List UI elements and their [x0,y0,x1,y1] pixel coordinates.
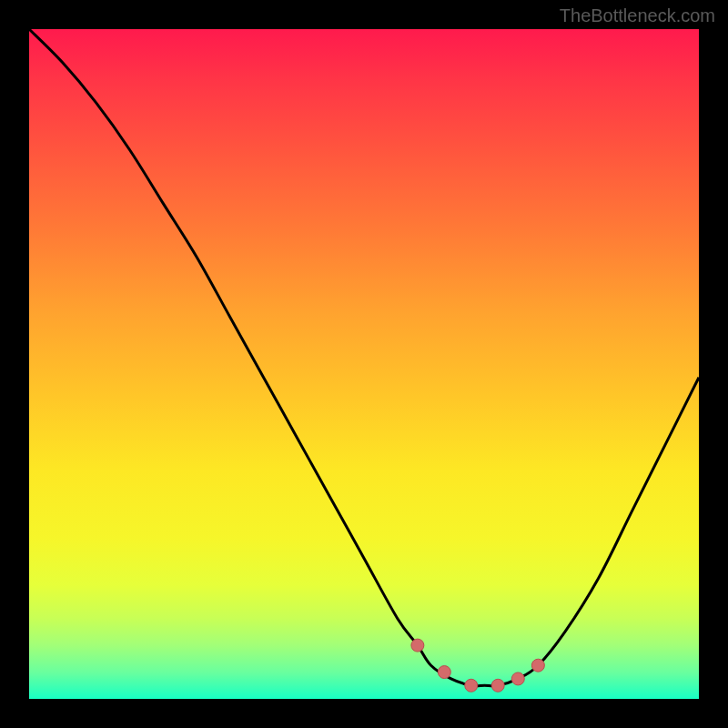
gradient-plot-area [29,29,699,699]
data-marker [438,666,450,679]
data-marker [511,672,524,685]
watermark-text: TheBottleneck.com [560,5,715,26]
data-marker [531,659,544,672]
data-marker [411,639,424,652]
data-marker [465,679,478,692]
curve-svg [29,29,699,699]
data-marker [491,679,504,692]
bottleneck-curve [29,29,699,686]
